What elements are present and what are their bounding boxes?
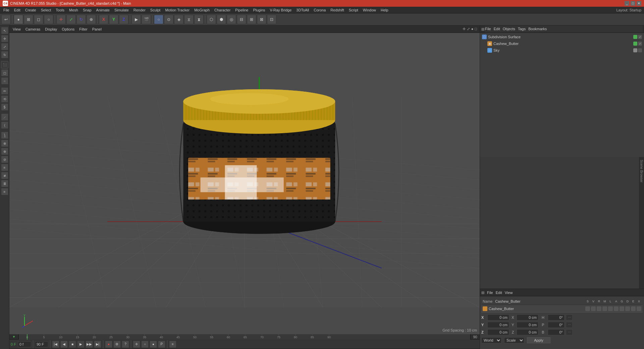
anim-mode5[interactable]: ≡ <box>169 341 176 348</box>
nav-icon-2[interactable]: ⤢ <box>467 27 470 31</box>
obj-menu-file[interactable]: File <box>485 27 491 31</box>
deform-button[interactable]: ⧖ <box>184 15 194 24</box>
menu-window[interactable]: Window <box>361 7 378 13</box>
menu-script[interactable]: Script <box>347 7 360 13</box>
brush-tool[interactable]: ⊕ <box>1 148 8 155</box>
close-button[interactable]: ✕ <box>637 1 641 6</box>
obj-menu-edit[interactable]: Edit <box>494 27 500 31</box>
menu-animate[interactable]: Animate <box>94 7 112 13</box>
coord-z-size[interactable] <box>517 329 538 335</box>
coord-y-pos[interactable] <box>487 322 509 328</box>
coord-z-expand[interactable]: ⋯ <box>566 329 573 335</box>
menu-snap[interactable]: Snap <box>81 7 94 13</box>
menu-corona[interactable]: Corona <box>312 7 328 13</box>
nav-icon-4[interactable]: □ <box>475 27 477 31</box>
cashew-ctrl-2[interactable] <box>591 306 596 311</box>
mode-obj-button[interactable]: ○ <box>44 15 53 24</box>
menu-redshift[interactable]: Redshift <box>328 7 346 13</box>
frame-input[interactable] <box>18 341 31 347</box>
obj-vis-dot2[interactable] <box>633 42 637 46</box>
scale-left-tool[interactable]: ⤢ <box>1 43 8 50</box>
go-start-button[interactable]: |◀ <box>52 341 59 348</box>
keyframe-button[interactable]: ? <box>122 341 129 348</box>
obj-check-dot3[interactable] <box>638 48 642 52</box>
obj-item-subdivision[interactable]: ⬡ Subdivision Surface ✓ <box>481 34 643 40</box>
nav-icon-3[interactable]: ● <box>471 27 474 31</box>
move-left-tool[interactable]: ✛ <box>1 35 8 42</box>
mode-edges-button[interactable]: ⊞ <box>24 15 33 24</box>
coord-z-pos[interactable] <box>487 329 509 335</box>
cashew-ctrl-10[interactable] <box>637 306 641 311</box>
stop-button[interactable]: ■ <box>69 341 76 348</box>
obj-vis-dot3[interactable] <box>633 48 637 52</box>
go-end-button[interactable]: ▶| <box>94 341 101 348</box>
transform-tool[interactable]: ⊕ <box>87 15 96 24</box>
vm-filter[interactable]: Filter <box>77 27 89 32</box>
anim-mode3[interactable]: ● <box>150 341 157 348</box>
timeline-ruler[interactable]: 0 5 10 15 20 25 30 35 40 45 50 55 60 65 <box>19 334 470 340</box>
coord-x-expand[interactable]: ⋯ <box>566 314 573 320</box>
cashew-ctrl-9[interactable] <box>631 306 636 311</box>
modeling-tool[interactable]: $ <box>1 103 8 111</box>
spline-tool[interactable]: ⎞ <box>1 132 8 139</box>
obj-item-cashew[interactable]: ▣ Cashew_Butter ✓ <box>486 40 643 47</box>
polygon-tool[interactable]: ⊗ <box>1 140 8 147</box>
play-button[interactable]: ▶ <box>77 341 85 348</box>
coord-x-pos[interactable] <box>487 314 509 320</box>
knife-tool[interactable]: ⟨ <box>1 121 8 129</box>
minimize-button[interactable]: _ <box>625 1 629 6</box>
vm-panel[interactable]: Panel <box>90 27 104 32</box>
axis-z-button[interactable]: Z <box>119 15 128 24</box>
display-mode4[interactable]: ⊟ <box>237 15 246 24</box>
scene-browser-strip[interactable]: Scene Browser <box>639 157 644 289</box>
coord-p-rot[interactable] <box>548 322 565 328</box>
world-dropdown[interactable]: World Object <box>481 337 501 343</box>
cashew-ctrl-7[interactable] <box>620 306 624 311</box>
menu-mesh[interactable]: Mesh <box>67 7 80 13</box>
menu-plugins[interactable]: Plugins <box>251 7 267 13</box>
sculpt-left-tool[interactable]: ⟲ <box>1 95 8 103</box>
coord-h-rot[interactable] <box>548 314 565 320</box>
cashew-ctrl-3[interactable] <box>597 306 601 311</box>
menu-help[interactable]: Help <box>379 7 390 13</box>
menu-sculpt[interactable]: Sculpt <box>148 7 163 13</box>
menu-render[interactable]: Render <box>131 7 148 13</box>
cashew-ctrl-6[interactable] <box>614 306 619 311</box>
undo-button[interactable]: ↩ <box>1 15 11 24</box>
attr-menu-edit[interactable]: Edit <box>496 291 502 295</box>
display-mode7[interactable]: ⊡ <box>267 15 276 24</box>
record-button[interactable]: ● <box>105 341 112 348</box>
sym-button[interactable]: ⧗ <box>194 15 204 24</box>
vm-view[interactable]: View <box>11 27 23 32</box>
attr-menu-file[interactable]: File <box>487 291 493 295</box>
obj-menu-objects[interactable]: Objects <box>503 27 515 31</box>
vm-options[interactable]: Options <box>60 27 76 32</box>
mode-poly-button[interactable]: ◻ <box>34 15 43 24</box>
play-forward-button[interactable]: ▶▶ <box>86 341 93 348</box>
cube-tool[interactable]: ⬛ <box>1 61 8 68</box>
snap-button[interactable]: ⊙ <box>164 15 173 24</box>
menu-create[interactable]: Create <box>23 7 38 13</box>
object-mode[interactable]: ○ <box>154 15 163 24</box>
coord-y-expand[interactable]: ⋯ <box>566 322 573 328</box>
menu-motion-tracker[interactable]: Motion Tracker <box>163 7 192 13</box>
cashew-ctrl-1[interactable] <box>585 306 590 311</box>
coord-x-size[interactable] <box>517 314 538 320</box>
anim-mode2[interactable]: ○ <box>141 341 149 348</box>
obj-menu-bookmarks[interactable]: Bookmarks <box>528 27 547 31</box>
rotate-left-tool[interactable]: ↻ <box>1 51 8 58</box>
vm-cameras[interactable]: Cameras <box>23 27 43 32</box>
anim-mode1[interactable]: ✛ <box>133 341 140 348</box>
cashew-ctrl-5[interactable] <box>608 306 613 311</box>
obj-item-sky[interactable]: ○ Sky <box>486 47 643 54</box>
anim-button[interactable]: ◈ <box>174 15 183 24</box>
scale-dropdown[interactable]: Scale Size <box>504 337 524 343</box>
smooth-tool[interactable]: ≡ <box>1 188 8 195</box>
menu-edit[interactable]: Edit <box>12 7 22 13</box>
scale-tool[interactable]: ⤢ <box>66 15 76 24</box>
record-settings[interactable]: ⚙ <box>113 341 121 348</box>
layer-tool[interactable]: ≡ <box>1 164 8 171</box>
rotate-tool[interactable]: ↻ <box>76 15 86 24</box>
end-frame-input[interactable] <box>35 341 48 347</box>
menu-pipeline[interactable]: Pipeline <box>233 7 250 13</box>
